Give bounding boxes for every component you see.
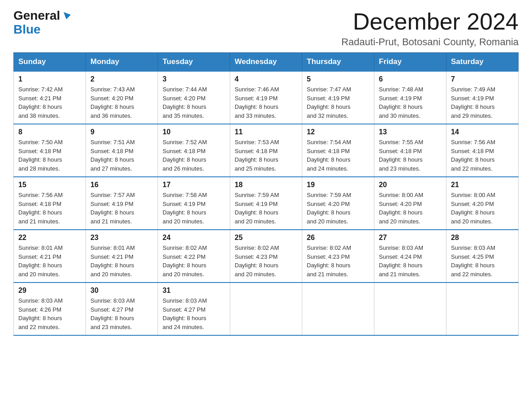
calendar-cell: 2 Sunrise: 7:43 AM Sunset: 4:20 PM Dayli… xyxy=(86,71,158,124)
day-info: Sunrise: 7:55 AM Sunset: 4:18 PM Dayligh… xyxy=(379,138,442,173)
day-number: 15 xyxy=(18,181,81,189)
logo-triangle-icon xyxy=(62,11,72,21)
col-sunday: Sunday xyxy=(14,53,86,72)
day-info: Sunrise: 7:48 AM Sunset: 4:19 PM Dayligh… xyxy=(379,85,442,120)
col-wednesday: Wednesday xyxy=(230,53,302,72)
day-info: Sunrise: 7:56 AM Sunset: 4:18 PM Dayligh… xyxy=(18,191,81,226)
calendar-cell: 24 Sunrise: 8:02 AM Sunset: 4:22 PM Dayl… xyxy=(158,230,230,283)
calendar-week-row: 1 Sunrise: 7:42 AM Sunset: 4:21 PM Dayli… xyxy=(14,71,519,124)
day-info: Sunrise: 7:50 AM Sunset: 4:18 PM Dayligh… xyxy=(18,138,81,173)
day-number: 10 xyxy=(163,128,225,136)
day-number: 20 xyxy=(379,181,442,189)
calendar-cell: 27 Sunrise: 8:03 AM Sunset: 4:24 PM Dayl… xyxy=(374,230,446,283)
page-header: General Blue December 2024 Radauti-Prut,… xyxy=(13,9,519,48)
col-saturday: Saturday xyxy=(446,53,519,72)
day-info: Sunrise: 8:03 AM Sunset: 4:25 PM Dayligh… xyxy=(451,244,514,278)
calendar-cell: 23 Sunrise: 8:01 AM Sunset: 4:21 PM Dayl… xyxy=(86,230,158,283)
day-info: Sunrise: 7:53 AM Sunset: 4:18 PM Dayligh… xyxy=(235,138,297,173)
day-number: 5 xyxy=(307,75,369,83)
day-info: Sunrise: 8:03 AM Sunset: 4:27 PM Dayligh… xyxy=(90,296,153,331)
calendar-cell: 30 Sunrise: 8:03 AM Sunset: 4:27 PM Dayl… xyxy=(86,283,158,335)
day-info: Sunrise: 8:00 AM Sunset: 4:20 PM Dayligh… xyxy=(451,191,514,226)
day-info: Sunrise: 7:46 AM Sunset: 4:19 PM Dayligh… xyxy=(235,85,297,120)
day-number: 14 xyxy=(451,128,514,136)
calendar-cell: 19 Sunrise: 7:59 AM Sunset: 4:20 PM Dayl… xyxy=(302,177,374,230)
calendar-week-row: 22 Sunrise: 8:01 AM Sunset: 4:21 PM Dayl… xyxy=(14,230,519,283)
day-info: Sunrise: 7:59 AM Sunset: 4:19 PM Dayligh… xyxy=(235,191,297,226)
day-number: 29 xyxy=(18,287,81,295)
logo-blue-text: Blue xyxy=(13,22,41,36)
day-info: Sunrise: 7:58 AM Sunset: 4:19 PM Dayligh… xyxy=(163,191,225,226)
calendar-cell: 20 Sunrise: 8:00 AM Sunset: 4:20 PM Dayl… xyxy=(374,177,446,230)
calendar-cell: 3 Sunrise: 7:44 AM Sunset: 4:20 PM Dayli… xyxy=(158,71,230,124)
day-info: Sunrise: 8:03 AM Sunset: 4:27 PM Dayligh… xyxy=(163,296,225,331)
calendar-cell: 12 Sunrise: 7:54 AM Sunset: 4:18 PM Dayl… xyxy=(302,124,374,177)
day-info: Sunrise: 7:49 AM Sunset: 4:19 PM Dayligh… xyxy=(451,85,514,120)
day-info: Sunrise: 8:01 AM Sunset: 4:21 PM Dayligh… xyxy=(18,244,81,278)
calendar-cell: 9 Sunrise: 7:51 AM Sunset: 4:18 PM Dayli… xyxy=(86,124,158,177)
calendar-cell: 7 Sunrise: 7:49 AM Sunset: 4:19 PM Dayli… xyxy=(446,71,519,124)
day-info: Sunrise: 7:47 AM Sunset: 4:19 PM Dayligh… xyxy=(307,85,369,120)
day-number: 11 xyxy=(235,128,297,136)
calendar-cell xyxy=(374,283,446,335)
day-number: 7 xyxy=(451,75,514,83)
calendar-cell: 17 Sunrise: 7:58 AM Sunset: 4:19 PM Dayl… xyxy=(158,177,230,230)
calendar-cell: 4 Sunrise: 7:46 AM Sunset: 4:19 PM Dayli… xyxy=(230,71,302,124)
col-thursday: Thursday xyxy=(302,53,374,72)
day-info: Sunrise: 8:02 AM Sunset: 4:23 PM Dayligh… xyxy=(307,244,369,278)
day-number: 16 xyxy=(90,181,153,189)
day-info: Sunrise: 7:44 AM Sunset: 4:20 PM Dayligh… xyxy=(163,85,225,120)
day-info: Sunrise: 7:59 AM Sunset: 4:20 PM Dayligh… xyxy=(307,191,369,226)
calendar-cell: 11 Sunrise: 7:53 AM Sunset: 4:18 PM Dayl… xyxy=(230,124,302,177)
day-info: Sunrise: 8:03 AM Sunset: 4:26 PM Dayligh… xyxy=(18,296,81,331)
day-info: Sunrise: 8:01 AM Sunset: 4:21 PM Dayligh… xyxy=(90,244,153,278)
day-number: 19 xyxy=(307,181,369,189)
day-number: 9 xyxy=(90,128,153,136)
title-section: December 2024 Radauti-Prut, Botosani Cou… xyxy=(341,9,519,48)
location-title: Radauti-Prut, Botosani County, Romania xyxy=(341,36,519,48)
calendar-cell: 14 Sunrise: 7:56 AM Sunset: 4:18 PM Dayl… xyxy=(446,124,519,177)
col-monday: Monday xyxy=(86,53,158,72)
calendar-cell: 13 Sunrise: 7:55 AM Sunset: 4:18 PM Dayl… xyxy=(374,124,446,177)
calendar-cell xyxy=(230,283,302,335)
calendar-cell: 15 Sunrise: 7:56 AM Sunset: 4:18 PM Dayl… xyxy=(14,177,86,230)
calendar-cell: 6 Sunrise: 7:48 AM Sunset: 4:19 PM Dayli… xyxy=(374,71,446,124)
day-number: 3 xyxy=(163,75,225,83)
day-info: Sunrise: 7:56 AM Sunset: 4:18 PM Dayligh… xyxy=(451,138,514,173)
calendar-week-row: 15 Sunrise: 7:56 AM Sunset: 4:18 PM Dayl… xyxy=(14,177,519,230)
logo-general-text: General xyxy=(13,9,60,23)
calendar-cell: 25 Sunrise: 8:02 AM Sunset: 4:23 PM Dayl… xyxy=(230,230,302,283)
day-number: 2 xyxy=(90,75,153,83)
calendar-cell: 18 Sunrise: 7:59 AM Sunset: 4:19 PM Dayl… xyxy=(230,177,302,230)
day-number: 4 xyxy=(235,75,297,83)
day-number: 25 xyxy=(235,234,297,242)
day-number: 18 xyxy=(235,181,297,189)
day-number: 6 xyxy=(379,75,442,83)
calendar-cell: 29 Sunrise: 8:03 AM Sunset: 4:26 PM Dayl… xyxy=(14,283,86,335)
calendar-table: Sunday Monday Tuesday Wednesday Thursday… xyxy=(13,52,519,336)
calendar-cell xyxy=(446,283,519,335)
svg-marker-0 xyxy=(64,12,71,19)
day-info: Sunrise: 8:03 AM Sunset: 4:24 PM Dayligh… xyxy=(379,244,442,278)
calendar-cell: 31 Sunrise: 8:03 AM Sunset: 4:27 PM Dayl… xyxy=(158,283,230,335)
calendar-header-row: Sunday Monday Tuesday Wednesday Thursday… xyxy=(14,53,519,72)
calendar-cell: 1 Sunrise: 7:42 AM Sunset: 4:21 PM Dayli… xyxy=(14,71,86,124)
col-friday: Friday xyxy=(374,53,446,72)
day-info: Sunrise: 7:57 AM Sunset: 4:19 PM Dayligh… xyxy=(90,191,153,226)
calendar-cell: 10 Sunrise: 7:52 AM Sunset: 4:18 PM Dayl… xyxy=(158,124,230,177)
day-number: 12 xyxy=(307,128,369,136)
day-number: 30 xyxy=(90,287,153,295)
calendar-cell: 28 Sunrise: 8:03 AM Sunset: 4:25 PM Dayl… xyxy=(446,230,519,283)
day-number: 27 xyxy=(379,234,442,242)
day-info: Sunrise: 7:43 AM Sunset: 4:20 PM Dayligh… xyxy=(90,85,153,120)
day-info: Sunrise: 7:52 AM Sunset: 4:18 PM Dayligh… xyxy=(163,138,225,173)
day-info: Sunrise: 7:42 AM Sunset: 4:21 PM Dayligh… xyxy=(18,85,81,120)
day-info: Sunrise: 7:54 AM Sunset: 4:18 PM Dayligh… xyxy=(307,138,369,173)
calendar-cell: 16 Sunrise: 7:57 AM Sunset: 4:19 PM Dayl… xyxy=(86,177,158,230)
day-number: 17 xyxy=(163,181,225,189)
day-info: Sunrise: 7:51 AM Sunset: 4:18 PM Dayligh… xyxy=(90,138,153,173)
calendar-week-row: 8 Sunrise: 7:50 AM Sunset: 4:18 PM Dayli… xyxy=(14,124,519,177)
day-info: Sunrise: 8:02 AM Sunset: 4:23 PM Dayligh… xyxy=(235,244,297,278)
day-number: 8 xyxy=(18,128,81,136)
calendar-week-row: 29 Sunrise: 8:03 AM Sunset: 4:26 PM Dayl… xyxy=(14,283,519,335)
